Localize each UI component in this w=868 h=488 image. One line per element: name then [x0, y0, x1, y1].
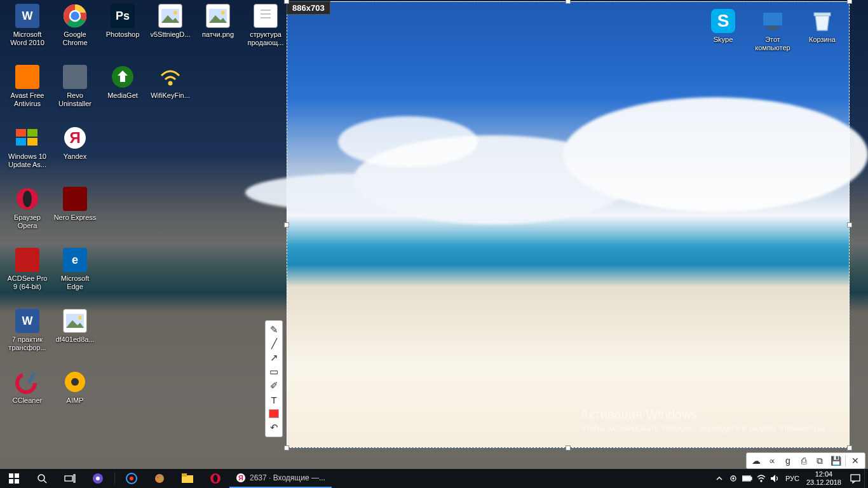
- clock-date: 23.12.2018: [806, 478, 841, 487]
- resize-handle[interactable]: [847, 0, 852, 4]
- desktop-icon[interactable]: AIMP: [51, 369, 98, 405]
- resize-handle[interactable]: [284, 0, 289, 4]
- tray-chevron-icon[interactable]: [712, 469, 726, 488]
- taskbar-window-title: 2637 · Входящие —...: [250, 473, 325, 482]
- desktop-icon[interactable]: ACDSee Pro 9 (64-bit): [4, 247, 51, 291]
- svg-rect-35: [768, 25, 777, 28]
- desktop-icon[interactable]: v5SttniegD...: [147, 3, 194, 39]
- clock-time: 12:04: [806, 470, 841, 478]
- tray-wifi-icon[interactable]: [754, 469, 768, 488]
- line-tool-icon[interactable]: ╱: [266, 337, 281, 351]
- marker-tool-icon[interactable]: ✐: [266, 379, 281, 393]
- svg-marker-66: [771, 475, 775, 482]
- google-search-icon[interactable]: g: [780, 454, 796, 467]
- svg-point-16: [169, 82, 172, 85]
- desktop-icon[interactable]: Avast Free Antivirus: [4, 64, 51, 108]
- tray-location-icon[interactable]: [726, 469, 740, 488]
- icon-label: Nero Express: [54, 214, 97, 222]
- print-icon[interactable]: ⎙: [796, 454, 811, 467]
- desktop-icon[interactable]: S Skype: [699, 8, 747, 44]
- desktop-icon[interactable]: Revo Uninstaller: [51, 64, 98, 108]
- tray-language-icon[interactable]: РУС: [782, 469, 803, 488]
- desktop-icon[interactable]: CCleaner: [4, 369, 51, 405]
- taskbar-app-yandex[interactable]: [118, 469, 146, 488]
- taskbar-app-explorer[interactable]: [173, 469, 201, 488]
- desktop-icon[interactable]: e Microsoft Edge: [51, 247, 98, 291]
- color-swatch[interactable]: [266, 407, 281, 421]
- resize-handle[interactable]: [566, 0, 571, 4]
- screenshot-selection[interactable]: 886x703 Активация Windows Чтобы активиро…: [287, 1, 850, 448]
- svg-rect-29: [27, 372, 36, 384]
- taskbar-app-opera[interactable]: [201, 469, 229, 488]
- desktop-icon[interactable]: df401ed8a...: [51, 308, 98, 344]
- resize-handle[interactable]: [284, 445, 289, 451]
- svg-rect-19: [16, 138, 26, 146]
- search-button[interactable]: [28, 469, 56, 488]
- resize-handle[interactable]: [284, 222, 289, 227]
- desktop-icon[interactable]: Nero Express: [51, 186, 98, 222]
- save-icon[interactable]: 💾: [828, 454, 843, 467]
- cortana-button[interactable]: [84, 469, 112, 488]
- resize-handle[interactable]: [847, 222, 852, 227]
- desktop-icon[interactable]: Этот компьютер: [749, 8, 797, 52]
- svg-rect-10: [258, 6, 273, 25]
- upload-cloud-icon[interactable]: ☁: [749, 454, 764, 467]
- app-icon: Ps: [109, 3, 136, 29]
- app-icon: [62, 186, 88, 212]
- desktop-icon[interactable]: MediaGet: [99, 64, 146, 100]
- desktop-icon[interactable]: патчи.png: [194, 3, 241, 39]
- close-icon[interactable]: ✕: [848, 454, 863, 467]
- show-desktop-button[interactable]: [864, 469, 868, 488]
- arrow-tool-icon[interactable]: ↗: [266, 351, 281, 365]
- icon-label: Avast Free Antivirus: [4, 92, 50, 108]
- taskbar-app-browser-active[interactable]: Я 2637 · Входящие —...: [229, 469, 332, 488]
- rect-tool-icon[interactable]: ▭: [266, 365, 281, 379]
- share-icon[interactable]: ∝: [764, 454, 780, 467]
- icon-label: Photoshop: [106, 30, 140, 39]
- taskbar-app-paint[interactable]: [146, 469, 173, 488]
- svg-point-42: [38, 475, 44, 481]
- svg-point-9: [221, 11, 225, 15]
- app-icon: [62, 369, 88, 395]
- svg-point-24: [23, 191, 32, 207]
- undo-icon[interactable]: ↶: [266, 421, 281, 435]
- resize-handle[interactable]: [566, 445, 571, 451]
- text-tool-icon[interactable]: T: [266, 393, 281, 407]
- app-icon: [62, 308, 88, 334]
- icon-label: Yandex: [64, 152, 87, 161]
- desktop-icon[interactable]: W 7 практик трансфор...: [4, 308, 51, 352]
- desktop-icon[interactable]: WifiKeyFin...: [147, 64, 194, 100]
- pencil-tool-icon[interactable]: ✎: [266, 323, 281, 337]
- icon-label: Microsoft Word 2010: [4, 30, 50, 47]
- svg-rect-55: [182, 473, 187, 477]
- desktop-icon[interactable]: Google Chrome: [51, 3, 98, 47]
- desktop-icon[interactable]: Браузер Opera: [4, 186, 51, 230]
- taskbar-clock[interactable]: 12:04 23.12.2018: [803, 470, 846, 487]
- app-icon: [14, 64, 41, 90]
- desktop-icon[interactable]: Windows 10 Update As...: [4, 125, 51, 169]
- desktop-icon[interactable]: Ps Photoshop: [99, 3, 146, 39]
- taskbar-separator: [114, 472, 115, 485]
- resize-handle[interactable]: [847, 445, 852, 451]
- desktop-icon[interactable]: Я Yandex: [51, 125, 98, 161]
- desktop-icon[interactable]: Корзина: [798, 8, 846, 44]
- icon-label: MediaGet: [107, 92, 138, 100]
- copy-icon[interactable]: ⧉: [812, 454, 827, 467]
- action-center-button[interactable]: [846, 469, 864, 488]
- icon-label: структура продающ...: [243, 30, 288, 47]
- desktop-icon[interactable]: W Microsoft Word 2010: [4, 3, 51, 47]
- desktop-icon[interactable]: структура продающ...: [242, 3, 289, 47]
- icon-label: df401ed8a...: [55, 336, 94, 344]
- start-button[interactable]: [0, 469, 28, 488]
- icon-label: Google Chrome: [52, 30, 98, 47]
- svg-point-49: [130, 477, 133, 480]
- icon-label: Windows 10 Update As...: [4, 152, 50, 169]
- app-icon: [252, 3, 279, 29]
- tray-volume-icon[interactable]: [768, 469, 782, 488]
- svg-rect-67: [851, 475, 860, 481]
- icon-label: CCleaner: [13, 396, 42, 405]
- task-view-button[interactable]: [56, 469, 84, 488]
- app-icon: [14, 369, 41, 395]
- svg-rect-40: [9, 479, 13, 484]
- tray-battery-icon[interactable]: [740, 469, 754, 488]
